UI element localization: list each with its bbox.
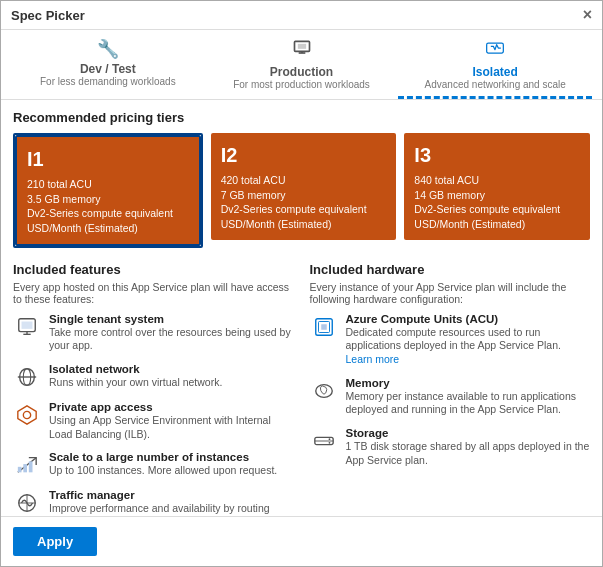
tier-i2-price: USD/Month (Estimated) xyxy=(221,217,387,232)
features-subtitle: Every app hosted on this App Service pla… xyxy=(13,281,294,305)
isolated-icon xyxy=(404,38,586,63)
svg-point-26 xyxy=(328,442,330,444)
dev-test-title: Dev / Test xyxy=(17,62,199,76)
single-tenant-icon xyxy=(13,313,41,341)
isolated-network-name: Isolated network xyxy=(49,363,294,375)
tab-production[interactable]: Production For most production workloads xyxy=(205,30,399,99)
svg-rect-21 xyxy=(321,324,327,330)
private-access-name: Private app access xyxy=(49,401,294,413)
production-icon xyxy=(211,38,393,63)
tier-i3-wrapper: I3 840 total ACU 14 GB memory Dv2-Series… xyxy=(404,133,590,248)
feature-traffic-manager: Traffic manager Improve performance and … xyxy=(13,489,294,516)
hardware-memory: Memory Memory per instance available to … xyxy=(310,377,591,417)
tier-i2-memory: 7 GB memory xyxy=(221,188,387,203)
tier-i2[interactable]: I2 420 total ACU 7 GB memory Dv2-Series … xyxy=(211,133,397,240)
storage-text: Storage 1 TB disk storage shared by all … xyxy=(346,427,591,467)
isolated-subtitle: Advanced networking and scale xyxy=(404,79,586,90)
storage-name: Storage xyxy=(346,427,591,439)
hardware-subtitle: Every instance of your App Service plan … xyxy=(310,281,591,305)
svg-rect-13 xyxy=(18,467,22,473)
apply-button[interactable]: Apply xyxy=(13,527,97,556)
traffic-manager-name: Traffic manager xyxy=(49,489,294,501)
isolated-network-icon xyxy=(13,363,41,391)
recommended-label: Recommended pricing tiers xyxy=(13,110,590,125)
acu-name: Azure Compute Units (ACU) xyxy=(346,313,591,325)
hardware-storage: Storage 1 TB disk storage shared by all … xyxy=(310,427,591,467)
tier-i2-acu: 420 total ACU xyxy=(221,173,387,188)
dev-test-icon: 🔧 xyxy=(17,38,199,60)
tab-bar: 🔧 Dev / Test For less demanding workload… xyxy=(1,30,602,100)
spec-picker-window: Spec Picker × 🔧 Dev / Test For less dema… xyxy=(0,0,603,567)
features-column: Included features Every app hosted on th… xyxy=(13,262,294,516)
svg-point-25 xyxy=(328,438,330,440)
tier-i1-acu: 210 total ACU xyxy=(27,177,189,192)
tier-i3-acu: 840 total ACU xyxy=(414,173,580,188)
tier-i3[interactable]: I3 840 total ACU 14 GB memory Dv2-Series… xyxy=(404,133,590,240)
footer: Apply xyxy=(1,516,602,566)
acu-desc: Dedicated compute resources used to run … xyxy=(346,326,591,367)
storage-icon xyxy=(310,427,338,455)
scale-text: Scale to a large number of instances Up … xyxy=(49,451,294,478)
private-access-text: Private app access Using an App Service … xyxy=(49,401,294,441)
scale-desc: Up to 100 instances. More allowed upon r… xyxy=(49,464,294,478)
scale-name: Scale to a large number of instances xyxy=(49,451,294,463)
tier-i3-label: I3 xyxy=(414,141,580,169)
tier-i1-price: USD/Month (Estimated) xyxy=(27,221,189,236)
hardware-column: Included hardware Every instance of your… xyxy=(310,262,591,516)
svg-point-11 xyxy=(23,411,30,418)
acu-icon xyxy=(310,313,338,341)
tier-i3-memory: 14 GB memory xyxy=(414,188,580,203)
isolated-network-text: Isolated network Runs within your own vi… xyxy=(49,363,294,390)
private-access-desc: Using an App Service Environment with In… xyxy=(49,414,294,441)
tier-i2-label: I2 xyxy=(221,141,387,169)
tier-i1[interactable]: I1 210 total ACU 3.5 GB memory Dv2-Serie… xyxy=(15,135,201,246)
tier-i2-compute: Dv2-Series compute equivalent xyxy=(221,202,387,217)
svg-rect-15 xyxy=(29,462,33,473)
close-button[interactable]: × xyxy=(583,7,592,23)
private-access-icon xyxy=(13,401,41,429)
memory-desc: Memory per instance available to run app… xyxy=(346,390,591,417)
svg-rect-1 xyxy=(297,44,305,49)
memory-text: Memory Memory per instance available to … xyxy=(346,377,591,417)
dev-test-subtitle: For less demanding workloads xyxy=(17,76,199,87)
single-tenant-name: Single tenant system xyxy=(49,313,294,325)
svg-rect-14 xyxy=(23,464,27,472)
content-area: Recommended pricing tiers I1 210 total A… xyxy=(1,100,602,516)
hardware-title: Included hardware xyxy=(310,262,591,277)
learn-more-link[interactable]: Learn more xyxy=(346,353,400,365)
feature-isolated-network: Isolated network Runs within your own vi… xyxy=(13,363,294,391)
tab-isolated[interactable]: Isolated Advanced networking and scale xyxy=(398,30,592,99)
traffic-manager-icon xyxy=(13,489,41,516)
scale-icon xyxy=(13,451,41,479)
tier-i1-wrapper: I1 210 total ACU 3.5 GB memory Dv2-Serie… xyxy=(13,133,203,248)
memory-name: Memory xyxy=(346,377,591,389)
production-subtitle: For most production workloads xyxy=(211,79,393,90)
tier-i2-wrapper: I2 420 total ACU 7 GB memory Dv2-Series … xyxy=(211,133,397,248)
production-title: Production xyxy=(211,65,393,79)
tier-i1-label: I1 xyxy=(27,145,189,173)
tier-i1-compute: Dv2-Series compute equivalent xyxy=(27,206,189,221)
hardware-acu: Azure Compute Units (ACU) Dedicated comp… xyxy=(310,313,591,367)
storage-desc: 1 TB disk storage shared by all apps dep… xyxy=(346,440,591,467)
traffic-manager-text: Traffic manager Improve performance and … xyxy=(49,489,294,516)
pricing-tiers: I1 210 total ACU 3.5 GB memory Dv2-Serie… xyxy=(13,133,590,248)
acu-text: Azure Compute Units (ACU) Dedicated comp… xyxy=(346,313,591,367)
tier-i3-price: USD/Month (Estimated) xyxy=(414,217,580,232)
feature-scale: Scale to a large number of instances Up … xyxy=(13,451,294,479)
isolated-network-desc: Runs within your own virtual network. xyxy=(49,376,294,390)
tier-i3-compute: Dv2-Series compute equivalent xyxy=(414,202,580,217)
two-columns: Included features Every app hosted on th… xyxy=(13,262,590,516)
svg-marker-10 xyxy=(18,406,36,424)
title-bar: Spec Picker × xyxy=(1,1,602,30)
isolated-title: Isolated xyxy=(404,65,586,79)
memory-icon xyxy=(310,377,338,405)
tab-dev-test[interactable]: 🔧 Dev / Test For less demanding workload… xyxy=(11,30,205,99)
window-title: Spec Picker xyxy=(11,8,85,23)
feature-single-tenant: Single tenant system Take more control o… xyxy=(13,313,294,353)
svg-rect-6 xyxy=(22,321,33,328)
single-tenant-desc: Take more control over the resources bei… xyxy=(49,326,294,353)
traffic-manager-desc: Improve performance and availability by … xyxy=(49,502,294,516)
feature-private-access: Private app access Using an App Service … xyxy=(13,401,294,441)
tier-i1-memory: 3.5 GB memory xyxy=(27,192,189,207)
features-title: Included features xyxy=(13,262,294,277)
